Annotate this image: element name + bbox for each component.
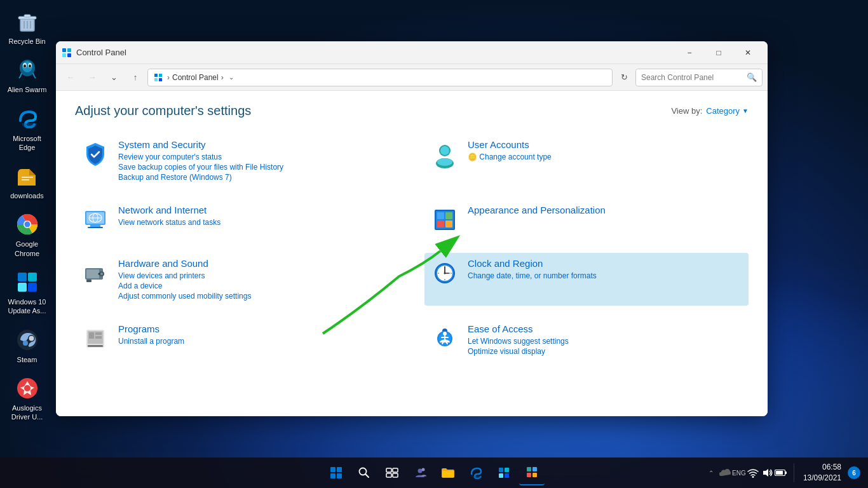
svg-point-10	[24, 65, 26, 68]
category-programs-content: Programs Uninstall a program	[118, 323, 394, 346]
start-button[interactable]	[323, 460, 349, 485]
category-appearance: Appearance and Personalization	[424, 200, 749, 240]
svg-rect-19	[18, 283, 27, 292]
search-input[interactable]	[641, 73, 744, 82]
network-internet-icon	[80, 205, 111, 235]
keyboard-layout-icon[interactable]: ENG	[733, 466, 745, 479]
svg-rect-102	[532, 473, 537, 477]
address-bar[interactable]: › Control Panel › ⌄	[147, 69, 613, 86]
view-by-chevron-icon: ▼	[742, 107, 749, 114]
address-dropdown[interactable]: ⌄	[224, 69, 239, 86]
search-icon: 🔍	[747, 72, 757, 82]
svg-rect-17	[18, 273, 27, 281]
network-link-0[interactable]: View network status and tasks	[118, 218, 394, 227]
programs-link-0[interactable]: Uninstall a program	[118, 337, 394, 346]
desktop-icon-windows-update[interactable]: Windows 10 Update As...	[3, 267, 51, 318]
system-security-link-2[interactable]: Backup and Restore (Windows 7)	[118, 173, 394, 182]
clock-area[interactable]: 06:58 13/09/2021	[801, 462, 844, 484]
svg-rect-99	[527, 467, 531, 471]
taskbar-control-panel-button[interactable]	[519, 460, 545, 485]
tray-separator	[794, 463, 794, 482]
forward-button[interactable]: →	[83, 68, 102, 87]
recycle-bin-label: Recycle Bin	[8, 37, 45, 46]
category-ease-content: Ease of Access Let Windows suggest setti…	[468, 323, 743, 356]
taskbar-search-button[interactable]	[351, 460, 377, 485]
svg-rect-98	[505, 473, 509, 478]
svg-rect-105	[785, 471, 787, 474]
programs-links: Uninstall a program	[118, 337, 394, 346]
desktop-icon-recycle-bin[interactable]: Recycle Bin	[3, 6, 51, 48]
system-security-link-1[interactable]: Save backup copies of your files with Fi…	[118, 163, 394, 172]
hardware-sound-title[interactable]: Hardware and Sound	[118, 258, 394, 269]
hardware-link-2[interactable]: Adjust commonly used mobility settings	[118, 292, 394, 301]
recent-locations-button[interactable]: ⌄	[104, 68, 123, 87]
desktop-icon-downloads[interactable]: downloads	[3, 161, 51, 203]
svg-point-25	[24, 385, 31, 391]
show-hidden-icons-button[interactable]: ⌃	[705, 466, 717, 479]
system-security-title[interactable]: System and Security	[118, 139, 394, 150]
wifi-icon[interactable]	[747, 466, 759, 479]
system-security-link-0[interactable]: Review your computer's status	[118, 152, 394, 161]
recycle-bin-icon	[15, 9, 40, 34]
svg-rect-26	[62, 48, 66, 52]
svg-point-56	[98, 273, 100, 275]
window-content: Adjust your computer's settings View by:…	[56, 91, 768, 416]
taskbar-edge-button[interactable]	[463, 460, 489, 485]
search-bar: 🔍	[635, 69, 763, 86]
network-internet-title[interactable]: Network and Internet	[118, 205, 394, 215]
ease-of-access-icon	[430, 323, 460, 354]
window-titlebar: Control Panel − □ ✕	[56, 41, 768, 64]
clock-link-0[interactable]: Change date, time, or number formats	[468, 271, 743, 280]
desktop-icon-chrome[interactable]: Google Chrome	[3, 209, 51, 261]
category-user-accounts-content: User Accounts 🪙 Change account type	[468, 139, 743, 161]
appearance-title[interactable]: Appearance and Personalization	[468, 205, 743, 215]
hardware-link-1[interactable]: Add a device	[118, 281, 394, 290]
control-panel-window: Control Panel − □ ✕ ← → ⌄ ↑	[56, 41, 768, 416]
notification-badge[interactable]: 6	[848, 466, 860, 479]
windows-update-icon	[15, 269, 40, 295]
maximize-button[interactable]: □	[704, 41, 733, 64]
battery-icon[interactable]	[775, 466, 787, 479]
svg-point-22	[29, 336, 34, 341]
desktop-icon-steam[interactable]: Steam	[3, 325, 51, 367]
volume-icon[interactable]	[761, 466, 773, 479]
clock-region-title[interactable]: Clock and Region	[468, 258, 743, 269]
store-button[interactable]	[491, 460, 517, 485]
address-bar-icon	[153, 72, 163, 83]
svg-rect-28	[62, 53, 66, 57]
task-view-button[interactable]	[379, 460, 405, 485]
back-button[interactable]: ←	[61, 68, 80, 87]
svg-rect-84	[330, 473, 336, 478]
ease-of-access-title[interactable]: Ease of Access	[468, 323, 743, 334]
svg-rect-69	[89, 332, 94, 339]
hardware-link-0[interactable]: View devices and printers	[118, 271, 394, 280]
downloads-icon	[15, 163, 40, 189]
svg-rect-71	[95, 336, 102, 339]
desktop-icon-auslogics[interactable]: Auslogics Driver U...	[3, 373, 51, 424]
desktop-icon-alien-swarm[interactable]: Alien Swarm	[3, 55, 51, 97]
teams-button[interactable]	[407, 460, 433, 485]
up-button[interactable]: ↑	[126, 68, 145, 87]
svg-rect-55	[86, 280, 92, 282]
refresh-button[interactable]: ↻	[615, 69, 633, 86]
minimize-button[interactable]: −	[675, 41, 704, 64]
hardware-sound-icon	[80, 258, 111, 288]
view-by-container: View by: Category ▼	[671, 106, 749, 116]
onedrive-icon[interactable]	[719, 466, 731, 479]
close-button[interactable]: ✕	[733, 41, 763, 64]
taskbar-right: ⌃ ENG	[705, 458, 868, 488]
desktop-icon-edge[interactable]: Microsoft Edge	[3, 104, 51, 155]
user-accounts-icon	[430, 139, 460, 170]
ease-link-0[interactable]: Let Windows suggest settings	[468, 337, 743, 346]
svg-rect-40	[90, 225, 100, 227]
taskbar: ⌃ ENG	[0, 458, 868, 488]
user-accounts-link-0[interactable]: 🪙 Change account type	[468, 152, 743, 161]
user-accounts-title[interactable]: User Accounts	[468, 139, 743, 150]
svg-rect-41	[88, 227, 103, 228]
window-title: Control Panel	[76, 48, 675, 57]
file-explorer-button[interactable]	[435, 460, 461, 485]
view-by-dropdown[interactable]: Category ▼	[706, 106, 749, 116]
ease-link-1[interactable]: Optimize visual display	[468, 347, 743, 356]
programs-title[interactable]: Programs	[118, 323, 394, 334]
svg-point-37	[437, 158, 452, 166]
